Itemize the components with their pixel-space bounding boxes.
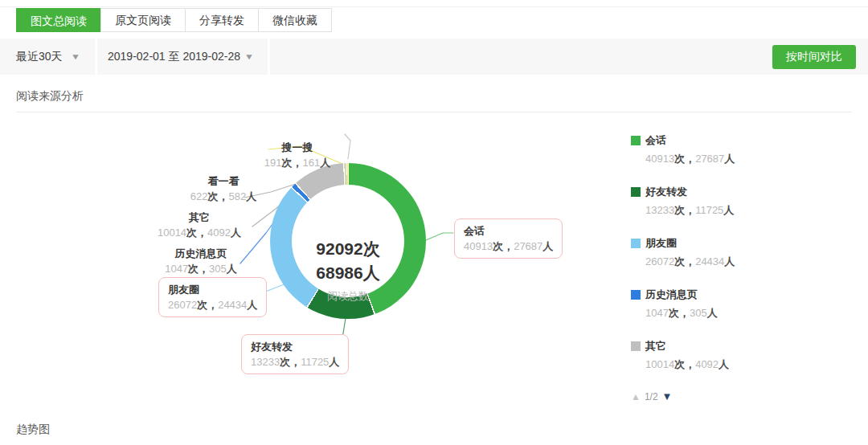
- callout-name: 看一看: [175, 175, 272, 187]
- value-number: 305: [209, 263, 227, 275]
- date-range-dropdown[interactable]: 2019-02-01 至 2019-02-28 ▼: [97, 39, 268, 75]
- chevron-down-icon: ▼: [244, 52, 254, 61]
- value-unit: 人: [246, 190, 256, 202]
- section-title-read-source: 阅读来源分析: [16, 89, 84, 104]
- legend-color-swatch: [631, 187, 641, 197]
- value-number: 26072: [645, 255, 674, 267]
- callout-name: 搜一搜: [245, 141, 350, 153]
- filter-bar-right: 按时间对比: [270, 39, 868, 75]
- legend-item-label: 会话: [645, 133, 666, 148]
- legend-item-head: 好友转发: [631, 185, 800, 199]
- value-number: 4092: [695, 358, 719, 370]
- value-unit: 人: [723, 204, 734, 216]
- callout-souyisou: 搜一搜 191次，161人: [245, 141, 350, 169]
- callout-kanyikan: 看一看 622次，582人: [175, 175, 272, 202]
- legend-item-values: 26072次，24434人: [645, 255, 800, 269]
- callout-name: 会话: [464, 225, 553, 237]
- callout-haoyouzhuanfa: 好友转发 13233次，11725人: [241, 334, 349, 374]
- legend-page-indicator: 1/2: [645, 391, 658, 402]
- value-number: 11725: [301, 356, 329, 368]
- value-number: 40913: [645, 153, 674, 165]
- callout-qita: 其它 10014次，4092人: [147, 211, 252, 239]
- total-reads-value: 92092次: [292, 238, 404, 260]
- legend-item-head: 历史消息页: [631, 288, 800, 302]
- value-unit: 次，: [282, 157, 303, 169]
- value-unit: 次，: [186, 227, 207, 239]
- callout-values: 26072次，24434人: [168, 299, 257, 311]
- range-dropdown[interactable]: 最近30天 ▼: [0, 39, 95, 75]
- legend-item[interactable]: 历史消息页1047次，305人: [631, 288, 800, 320]
- value-unit: 次，: [674, 255, 695, 267]
- callout-pengyouquan: 朋友圈 26072次，24434人: [158, 277, 267, 317]
- callout-values: 191次，161人: [245, 157, 350, 169]
- value-number: 11725: [695, 204, 723, 216]
- value-unit: 人: [724, 255, 735, 267]
- legend-color-swatch: [631, 239, 641, 248]
- tab-share-forward[interactable]: 分享转发: [185, 8, 259, 32]
- value-unit: 次，: [197, 299, 218, 311]
- callout-values: 1047次，305人: [149, 263, 253, 275]
- legend-page-down-icon[interactable]: ▼: [662, 390, 673, 402]
- range-dropdown-label: 最近30天: [16, 50, 63, 64]
- tab-total-reads[interactable]: 图文总阅读: [16, 8, 101, 32]
- value-number: 10014: [645, 358, 674, 370]
- callout-name: 好友转发: [251, 341, 339, 353]
- value-unit: 人: [231, 227, 241, 239]
- legend-item-values: 13233次，11725人: [645, 203, 800, 218]
- value-number: 27687: [514, 240, 542, 252]
- value-number: 24434: [218, 299, 247, 311]
- value-number: 191: [264, 157, 282, 169]
- value-number: 582: [229, 190, 247, 202]
- value-unit: 人: [247, 299, 257, 311]
- value-unit: 人: [542, 240, 553, 252]
- tab-wechat-favorites[interactable]: 微信收藏: [258, 8, 332, 32]
- legend-item[interactable]: 好友转发13233次，11725人: [631, 185, 800, 218]
- legend-page-up-icon[interactable]: ▲: [631, 391, 641, 402]
- legend-item-label: 好友转发: [645, 185, 687, 199]
- value-unit: 次，: [674, 358, 695, 370]
- legend-item[interactable]: 会话40913次，27687人: [631, 133, 800, 166]
- chevron-down-icon: ▼: [70, 52, 80, 61]
- value-unit: 次，: [674, 153, 695, 165]
- callout-name: 其它: [147, 211, 252, 223]
- donut-center: 92092次 68986人 阅读总数: [292, 185, 404, 297]
- value-number: 40913: [464, 240, 493, 252]
- filter-bar: 最近30天 ▼ 2019-02-01 至 2019-02-28 ▼ 按时间对比: [0, 39, 868, 75]
- callout-values: 10014次，4092人: [147, 227, 252, 239]
- legend-pagination: ▲ 1/2 ▼: [631, 390, 800, 402]
- value-unit: 次，: [280, 356, 301, 368]
- legend-item-values: 40913次，27687人: [645, 152, 800, 166]
- legend-item[interactable]: 其它10014次，4092人: [631, 339, 800, 372]
- value-unit: 次，: [674, 204, 695, 216]
- legend-color-swatch: [631, 290, 641, 300]
- read-source-donut-chart[interactable]: 92092次 68986人 阅读总数: [270, 163, 426, 319]
- value-number: 13233: [251, 356, 280, 368]
- value-unit: 次，: [493, 240, 514, 252]
- legend-item-values: 1047次，305人: [645, 306, 800, 320]
- legend-item[interactable]: 朋友圈26072次，24434人: [631, 236, 800, 269]
- value-unit: 人: [719, 358, 729, 370]
- value-number: 1047: [645, 307, 669, 319]
- value-number: 1047: [165, 263, 188, 275]
- legend-item-label: 其它: [645, 339, 666, 353]
- total-reads-caption: 阅读总数: [292, 289, 404, 304]
- value-unit: 人: [707, 307, 718, 319]
- value-unit: 次，: [669, 307, 690, 319]
- legend-item-label: 朋友圈: [645, 236, 677, 251]
- analytics-tabbar: 图文总阅读 原文页阅读 分享转发 微信收藏: [16, 8, 332, 32]
- value-number: 4092: [207, 227, 231, 239]
- value-number: 26072: [168, 299, 197, 311]
- legend-item-head: 其它: [631, 339, 800, 353]
- value-number: 27687: [695, 153, 724, 165]
- top-divider: [0, 6, 868, 7]
- tab-original-page-reads[interactable]: 原文页阅读: [100, 8, 186, 32]
- value-number: 305: [690, 307, 707, 319]
- callout-lishixiaoxiye: 历史消息页 1047次，305人: [149, 247, 253, 275]
- legend-color-swatch: [631, 136, 641, 145]
- callout-values: 40913次，27687人: [464, 240, 553, 252]
- legend-item-label: 历史消息页: [645, 288, 698, 302]
- section-divider: [16, 112, 852, 112]
- compare-by-time-button[interactable]: 按时间对比: [772, 45, 856, 69]
- callout-name: 朋友圈: [168, 284, 257, 296]
- value-unit: 次，: [188, 263, 209, 275]
